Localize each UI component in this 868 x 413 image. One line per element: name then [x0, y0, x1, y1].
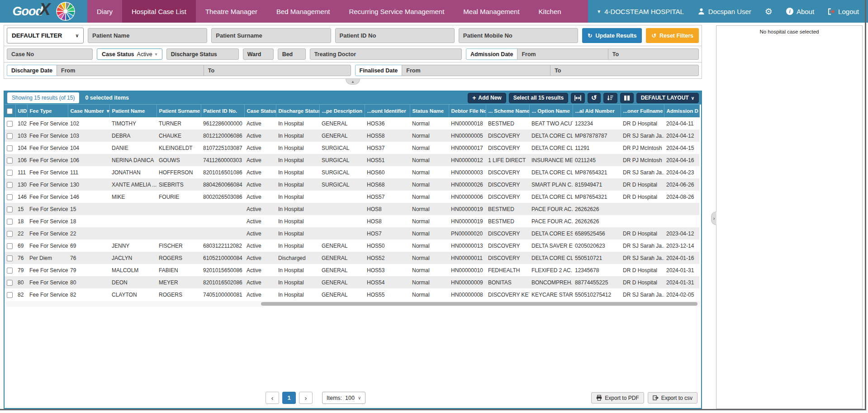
- filter-input-patient-id-no[interactable]: [335, 28, 455, 43]
- table-row-146[interactable]: 146Fee For Service146MIKEFOURIE800202650…: [5, 191, 699, 203]
- sort-button[interactable]: [603, 93, 617, 103]
- column-header-discharge-status[interactable]: Discharge Status: [276, 105, 319, 117]
- table-row-76[interactable]: 76Per Diem76JACLYNROGERS6105210000084Act…: [5, 252, 699, 264]
- table-row-80[interactable]: 80Fee For Service80DEONMEYER820101650208…: [5, 276, 699, 288]
- next-page-button[interactable]: ›: [299, 392, 313, 404]
- user-menu[interactable]: Docspan User: [697, 8, 751, 15]
- horizontal-scrollbar-thumb[interactable]: [261, 302, 697, 306]
- row-checkbox[interactable]: [7, 280, 13, 286]
- table-row-69[interactable]: 69Fee For Service69JENNYFISCHER680312211…: [5, 240, 699, 252]
- column-header-fee-type[interactable]: Fee Type: [27, 105, 68, 117]
- finalised-date-from-input[interactable]: [402, 65, 550, 76]
- finalised-date-to-input[interactable]: [550, 65, 699, 76]
- add-new-button[interactable]: + Add New: [468, 93, 506, 103]
- row-checkbox[interactable]: [7, 231, 13, 237]
- nav-tab-recurring-service-management[interactable]: Recurring Service Management: [339, 0, 454, 23]
- logo-text-good: Good: [12, 5, 42, 19]
- row-checkbox[interactable]: [7, 268, 13, 274]
- case-status-select[interactable]: Case Status Active ▾: [97, 48, 162, 60]
- cell-option-name: KEYCARE STAR...: [529, 288, 573, 301]
- fit-columns-button[interactable]: [571, 93, 585, 103]
- row-checkbox[interactable]: [7, 121, 13, 127]
- filter-preset-select[interactable]: DEFAULT FILTER ∨: [7, 28, 84, 43]
- table-row-79[interactable]: 79Fee For Service79MALCOLMFABIEN92010156…: [5, 264, 699, 276]
- cell-case-status: Active: [244, 215, 276, 227]
- nav-tab-theatre-manager[interactable]: Theatre Manager: [196, 0, 267, 23]
- column-header-oner-fullname[interactable]: ...oner Fullname: [621, 105, 664, 117]
- select-all-button[interactable]: Select all 15 results: [509, 93, 568, 103]
- nav-tab-diary[interactable]: Diary: [87, 0, 122, 23]
- nav-tab-meal-management[interactable]: Meal Management: [454, 0, 529, 23]
- column-header-uid[interactable]: UID: [15, 105, 27, 117]
- row-checkbox[interactable]: [7, 243, 13, 249]
- prev-page-button[interactable]: ‹: [266, 392, 279, 404]
- table-row-102[interactable]: 102Fee For Service102TIMOTHYTURNER961228…: [5, 117, 699, 130]
- treating-doctor-input[interactable]: [310, 48, 462, 60]
- filter-input-patient-mobile-no[interactable]: [459, 28, 578, 43]
- table-row-103[interactable]: 103Fee For Service103DEBRACHAUKE80121200…: [5, 130, 699, 142]
- nav-tab-kitchen[interactable]: Kitchen: [529, 0, 571, 23]
- table-row-15[interactable]: 15Fee For Service15ActiveIn HospitalHOS8…: [5, 203, 699, 215]
- layout-select[interactable]: DEFAULT LAYOUT ∨: [636, 93, 699, 103]
- admission-date-to-input[interactable]: [608, 48, 699, 60]
- column-header-option-name[interactable]: ... Option Name: [529, 105, 573, 117]
- bed-select[interactable]: Bed: [278, 48, 306, 60]
- column-header-ount-identifier[interactable]: ...ount Identifier: [365, 105, 410, 117]
- cell-admission-d: 2024-02-05: [664, 288, 699, 301]
- column-header-patient-id-no[interactable]: Patient ID No.: [201, 105, 244, 117]
- row-checkbox[interactable]: [7, 255, 13, 261]
- column-header-admission-d[interactable]: Admission D: [664, 105, 699, 117]
- app-logo[interactable]: GoodX: [0, 0, 87, 23]
- column-header-scheme-name[interactable]: ... Scheme Name: [486, 105, 529, 117]
- case-no-input[interactable]: [7, 48, 93, 60]
- column-header-status-name[interactable]: Status Name: [410, 105, 449, 117]
- table-row-106[interactable]: 106Fee For Service106NERINA DANICAGOUWS7…: [5, 154, 699, 166]
- update-results-button[interactable]: ↻ Update Results: [582, 28, 642, 43]
- row-checkbox[interactable]: [7, 194, 13, 200]
- row-checkbox[interactable]: [7, 206, 13, 212]
- hospital-selector[interactable]: ▼ 4-DOCSTEAM HOSPITAL: [597, 8, 684, 15]
- columns-button[interactable]: [620, 93, 634, 103]
- table-row-130[interactable]: 130Fee For Service130XANTE AMELIA ...SIE…: [5, 178, 699, 191]
- row-checkbox[interactable]: [7, 170, 13, 176]
- row-checkbox[interactable]: [7, 219, 13, 225]
- table-row-111[interactable]: 111Fee For Service111JONATHANHOFFERSON82…: [5, 166, 699, 178]
- table-row-18[interactable]: 18Fee For Service18ActiveIn HospitalHOS8…: [5, 215, 699, 227]
- admission-date-from-input[interactable]: [517, 48, 608, 60]
- column-header-case-number[interactable]: Case Number▼1: [68, 105, 109, 117]
- column-header-case-status[interactable]: Case Status: [244, 105, 276, 117]
- nav-tab-hospital-case-list[interactable]: Hospital Case List: [122, 0, 196, 23]
- export-csv-button[interactable]: Export to csv: [648, 392, 697, 403]
- logout-button[interactable]: Logout: [828, 8, 859, 15]
- filter-input-patient-name[interactable]: [88, 28, 207, 43]
- discharge-status-select[interactable]: Discharge Status: [166, 48, 239, 60]
- filter-input-patient-surname[interactable]: [211, 28, 331, 43]
- ward-select[interactable]: Ward: [243, 48, 274, 60]
- table-row-22[interactable]: 22Fee For Service22ActiveIn HospitalHOS7…: [5, 227, 699, 240]
- reload-button[interactable]: ↺: [588, 93, 601, 103]
- column-header-patient-surname[interactable]: Patient Surname: [157, 105, 201, 117]
- row-checkbox[interactable]: [7, 133, 13, 139]
- export-pdf-button[interactable]: Export to PDF: [591, 392, 644, 403]
- items-per-page-select[interactable]: Items: 100 ∨: [322, 392, 365, 404]
- expand-panel-handle[interactable]: ›: [711, 211, 716, 225]
- select-all-checkbox[interactable]: [7, 108, 13, 114]
- column-header-al-aid-number[interactable]: ...al Aid Number: [573, 105, 621, 117]
- discharge-date-to-input[interactable]: [204, 65, 351, 76]
- discharge-date-from-input[interactable]: [57, 65, 204, 76]
- row-checkbox[interactable]: [7, 182, 13, 188]
- about-button[interactable]: i About: [786, 8, 814, 15]
- table-row-104[interactable]: 104Fee For Service104DANIEKLEINGELDT8107…: [5, 142, 699, 154]
- reset-filters-button[interactable]: ↺ Reset Filters: [646, 28, 699, 43]
- nav-tab-bed-management[interactable]: Bed Management: [267, 0, 339, 23]
- settings-button[interactable]: ⚙: [765, 7, 773, 16]
- column-header-debtor-file-no[interactable]: Debtor File No.: [449, 105, 486, 117]
- row-checkbox[interactable]: [7, 145, 13, 151]
- page-1-button[interactable]: 1: [282, 392, 296, 404]
- collapse-filters-handle[interactable]: ▲: [346, 79, 360, 85]
- table-row-82[interactable]: 82Fee For Service82CLAYTONROGERS74051000…: [5, 288, 699, 301]
- row-checkbox[interactable]: [7, 292, 13, 298]
- row-checkbox[interactable]: [7, 158, 13, 163]
- column-header-pe-description[interactable]: ...pe Description: [319, 105, 365, 117]
- column-header-patient-name[interactable]: Patient Name: [109, 105, 157, 117]
